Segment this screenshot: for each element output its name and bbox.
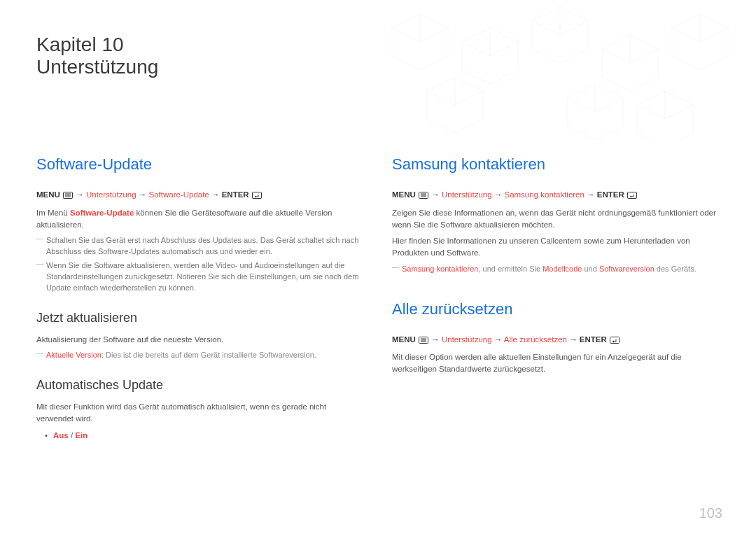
page-number: 103 — [699, 505, 722, 521]
svg-rect-14 — [610, 337, 620, 343]
text: und — [582, 265, 598, 273]
note-settings-reset: Wenn Sie die Software aktualisieren, wer… — [36, 260, 364, 294]
background-cubes-decoration — [364, 0, 756, 140]
note-power-off: Schalten Sie das Gerät erst nach Abschlu… — [36, 235, 364, 258]
text: , und ermitteln Sie — [478, 265, 542, 273]
path-segment: Unterstützung — [442, 190, 492, 199]
path-segment: Unterstützung — [86, 190, 136, 199]
menu-path-software-update: MENU → Unterstützung → Software-Update →… — [36, 189, 364, 202]
body-contact-2: Hier finden Sie Informationen zu unseren… — [392, 235, 720, 260]
heading-software-update: Software-Update — [36, 155, 364, 174]
highlight: Aktuelle Version — [46, 351, 102, 359]
body-contact-1: Zeigen Sie diese Informationen an, wenn … — [392, 207, 720, 232]
path-segment: Unterstützung — [442, 335, 492, 344]
path-segment: Software-Update — [148, 190, 209, 199]
option-aus: Aus — [53, 431, 69, 440]
page: Kapitel 10 Unterstützung Software-Update… — [0, 0, 756, 534]
heading-automatisches-update: Automatisches Update — [36, 378, 364, 393]
option-aus-ein: Aus / Ein — [36, 430, 364, 442]
text: : Dies ist die bereits auf dem Gerät ins… — [102, 351, 316, 359]
path-segment: Alle zurücksetzen — [504, 335, 567, 344]
heading-alle-zuruecksetzen: Alle zurücksetzen — [392, 300, 720, 318]
intro-software-update: Im Menü Software-Update können Sie die G… — [36, 207, 364, 232]
menu-icon — [419, 335, 428, 347]
svg-rect-9 — [627, 192, 636, 199]
highlight: Software-Update — [70, 209, 134, 217]
menu-label: MENU — [36, 190, 60, 199]
body-automatisches-update: Mit dieser Funktion wird das Gerät autom… — [36, 401, 364, 426]
menu-label: MENU — [392, 190, 416, 199]
highlight: Softwareversion — [599, 265, 654, 273]
enter-icon — [610, 335, 620, 347]
text: des Geräts. — [654, 265, 696, 273]
menu-icon — [63, 190, 73, 202]
highlight: Samsung kontaktieren — [402, 265, 478, 273]
enter-label: ENTER — [597, 190, 624, 199]
menu-label: MENU — [392, 335, 416, 344]
heading-samsung-kontaktieren: Samsung kontaktieren — [392, 155, 720, 174]
right-column: Samsung kontaktieren MENU → Unterstützun… — [392, 155, 720, 444]
note-modellcode: Samsung kontaktieren, und ermitteln Sie … — [392, 264, 720, 275]
body-jetzt-aktualisieren: Aktualisierung der Software auf die neue… — [36, 334, 364, 346]
path-segment: Samsung kontaktieren — [504, 190, 584, 199]
note-aktuelle-version: Aktuelle Version: Dies ist die bereits a… — [36, 350, 364, 361]
content-columns: Software-Update MENU → Unterstützung → S… — [36, 155, 720, 444]
menu-path-samsung-kontaktieren: MENU → Unterstützung → Samsung kontaktie… — [392, 189, 720, 202]
left-column: Software-Update MENU → Unterstützung → S… — [36, 155, 364, 444]
heading-jetzt-aktualisieren: Jetzt aktualisieren — [36, 311, 364, 325]
menu-path-alle-zuruecksetzen: MENU → Unterstützung → Alle zurücksetzen… — [392, 334, 720, 347]
body-alle-zuruecksetzen: Mit dieser Option werden alle aktuellen … — [392, 351, 720, 376]
enter-icon — [627, 190, 637, 202]
menu-icon — [419, 190, 428, 202]
enter-icon — [252, 190, 262, 202]
text: Im Menü — [36, 209, 70, 217]
svg-rect-4 — [252, 192, 261, 199]
separator: / — [69, 431, 76, 440]
enter-label: ENTER — [222, 190, 249, 199]
highlight: Modellcode — [542, 265, 582, 273]
option-ein: Ein — [75, 431, 88, 440]
enter-label: ENTER — [580, 335, 607, 344]
